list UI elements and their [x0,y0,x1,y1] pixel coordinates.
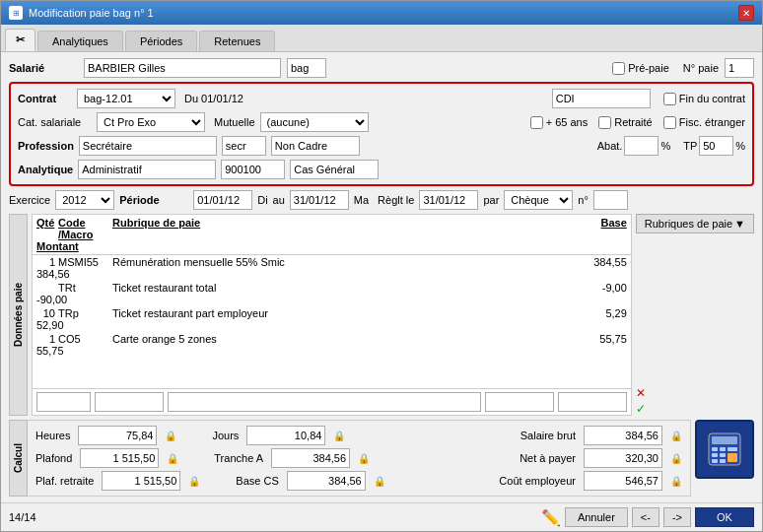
exercice-row: Exercice 2012 Période Di au Ma Règlt le … [9,190,754,210]
table-input-3[interactable] [168,392,481,412]
par-label: par [483,194,499,206]
profession-label: Profession [18,140,74,152]
calcul-side-label: Calcul [9,420,28,497]
lock-icon-4: 🔒 [167,453,178,464]
tab-periodes[interactable]: Périodes [125,31,197,51]
prepai-checkbox[interactable] [612,62,625,75]
svg-rect-2 [712,447,718,451]
cat-select[interactable]: Ct Pro Exo [97,112,205,132]
to-suffix: Ma [354,194,369,206]
trancheA-label: Tranche A [214,452,263,464]
tab-analytiques[interactable]: Analytiques [37,31,123,51]
cout-label: Coût employeur [499,475,576,487]
tp-pct: % [735,140,745,152]
cat-label: Cat. salariale [18,116,92,128]
lock-icon-5: 🔒 [358,453,370,464]
rubrique-button[interactable]: Rubriques de paie ▼ [636,214,754,233]
abat-input[interactable] [624,136,659,156]
tab-main[interactable]: ✂ [5,29,35,51]
plafond-input[interactable] [80,448,159,468]
tp-group: TP % [683,136,745,156]
baseCS-label: Base CS [236,475,278,487]
cout-input[interactable] [584,471,662,491]
periode-to-input[interactable] [290,190,349,210]
exercice-select[interactable]: 2012 [55,190,114,210]
table-row[interactable]: 1 MSMI55 Rémunération mensuelle 55% Smic… [33,255,631,281]
calcul-content: Heures 🔒 Jours 🔒 Salaire brut 🔒 Plafond [28,420,691,497]
no-paie-label: N° paie [683,62,719,74]
contrat-select[interactable]: bag-12.01 [77,89,175,108]
plus65-row: + 65 ans [530,116,589,129]
no-paie-input[interactable] [725,58,754,78]
fin-contrat-checkbox[interactable] [663,93,676,105]
svg-rect-7 [728,453,737,462]
analytique-input[interactable] [78,160,216,179]
trancheA-input[interactable] [271,448,350,468]
table-input-1[interactable] [36,392,91,412]
cdi-input[interactable] [552,89,651,108]
fisc-checkbox[interactable] [663,116,676,129]
main-content: Salarié Pré-paie N° paie Contrat bag-12.… [1,52,762,502]
close-button[interactable]: ✕ [738,5,754,21]
contrat-label: Contrat [18,93,72,104]
mutuelle-select[interactable]: (aucune) [260,112,369,132]
check-icon[interactable]: ✓ [636,402,646,416]
header-qte: Qté [36,217,58,240]
footer: 14/14 ✏️ Annuler <- -> OK [1,502,762,531]
page-info: 14/14 [9,511,36,523]
table-input-4[interactable] [485,392,554,412]
periode-from-input[interactable] [193,190,252,210]
ok-button[interactable]: OK [695,507,754,527]
prepai-checkbox-row: Pré-paie [612,62,669,75]
donnees-side: Données paie [9,214,28,416]
prev-button[interactable]: <- [632,507,659,527]
table-container: Qté Code /Macro Rubrique de paie Base Mo… [32,214,632,416]
salarie-bag-input[interactable] [287,58,326,78]
par-select[interactable]: Chèque [504,190,573,210]
table-section: Données paie Qté Code /Macro Rubrique de… [9,214,754,416]
tp-input[interactable] [699,136,733,156]
regle-input[interactable] [419,190,478,210]
plaf-retraite-input[interactable] [102,471,180,491]
table-row[interactable]: 1 CO5 Carte orange 5 zones 55,75 55,75 [33,332,631,358]
prepai-label: Pré-paie [628,62,669,74]
cadre-input[interactable] [271,136,360,156]
table-row[interactable]: 10 TRp Ticket restaurant part employeur … [33,306,631,332]
heures-label: Heures [35,430,70,441]
lock-icon-2: 🔒 [333,431,345,441]
heures-input[interactable] [78,426,157,445]
abat-group: Abat. % [597,136,670,156]
net-input[interactable] [584,448,662,468]
donnees-label: Données paie [9,214,28,416]
analytique-code-input[interactable] [221,160,285,179]
header-rubrique: Rubrique de paie [112,217,489,240]
profession-input[interactable] [79,136,217,156]
regle-label: Règlt le [378,194,414,206]
jours-input[interactable] [246,426,325,445]
header-montant: Montant [36,240,58,252]
table-header: Qté Code /Macro Rubrique de paie Base Mo… [33,215,631,255]
abat-label: Abat. [597,140,623,152]
svg-rect-3 [720,447,726,451]
calculator-button[interactable] [695,420,754,479]
annuler-button[interactable]: Annuler [565,507,628,527]
plus65-checkbox[interactable] [530,116,543,129]
profession-code-input[interactable] [222,136,266,156]
salarie-name-input[interactable] [84,58,281,78]
next-button[interactable]: -> [663,507,691,527]
scissors-icon: ✂ [16,33,25,45]
analytique-cas-input[interactable] [290,160,379,179]
window-title: Modification paie bag n° 1 [29,7,154,19]
tab-retenues[interactable]: Retenues [199,31,275,51]
table-input-5[interactable] [558,392,627,412]
table-row[interactable]: TRt Ticket restaurant total -9,00 -90,00 [33,281,631,306]
baseCS-input[interactable] [287,471,366,491]
no-input[interactable] [593,190,628,210]
add-icon[interactable]: ✕ [636,386,646,400]
retraite-checkbox[interactable] [598,116,611,129]
salaire-input[interactable] [584,426,662,445]
fisc-label: Fisc. étranger [679,116,745,128]
calcul-row-1: Heures 🔒 Jours 🔒 Salaire brut 🔒 [35,426,682,445]
table-input-2[interactable] [95,392,164,412]
lock-icon-1: 🔒 [165,431,176,441]
